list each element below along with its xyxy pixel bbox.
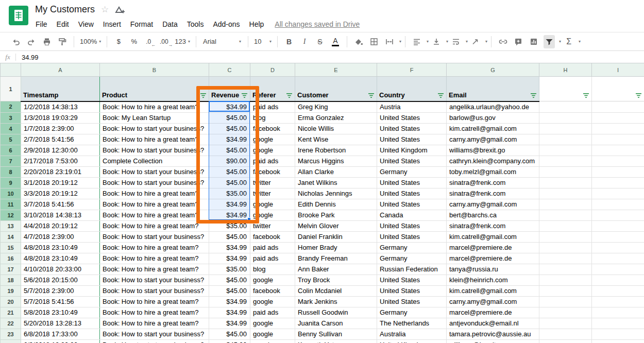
chevron-down-icon[interactable]: ▾ (466, 39, 468, 44)
cell-I21[interactable] (592, 307, 644, 318)
cell-F20[interactable]: United States (377, 296, 447, 307)
cell-F4[interactable]: United States (377, 123, 447, 134)
cell-H16[interactable] (539, 253, 592, 264)
cell-B13[interactable]: Book: How to hire a great team? (100, 220, 209, 231)
row-header-19[interactable]: 19 (1, 285, 21, 296)
cell-H24[interactable] (539, 339, 592, 343)
cell-A5[interactable]: 2/7/2018 5:41:56 (21, 134, 100, 145)
decrease-decimal-button[interactable]: .0← (144, 35, 155, 48)
cell-A10[interactable]: 3/3/2018 20:19:12 (21, 188, 100, 199)
text-wrap-button[interactable] (450, 35, 462, 48)
paint-format-button[interactable] (57, 35, 68, 48)
cell-F13[interactable]: United States (377, 220, 447, 231)
menu-format[interactable]: Format (126, 19, 158, 30)
cell-I20[interactable] (592, 296, 644, 307)
cell-D16[interactable]: paid ads (250, 253, 295, 264)
cell-C1[interactable]: Revenue (209, 77, 250, 101)
cell-A3[interactable]: 1/3/2018 19:03:29 (21, 112, 100, 123)
cell-G13[interactable]: sinatra@frenk.com (447, 220, 539, 231)
cell-D5[interactable]: google (250, 134, 295, 145)
row-header-3[interactable]: 3 (1, 112, 21, 123)
cell-C6[interactable]: $45.00 (209, 145, 250, 156)
filter-icon[interactable] (530, 93, 537, 98)
row-header-4[interactable]: 4 (1, 123, 21, 134)
row-header-8[interactable]: 8 (1, 166, 21, 177)
cell-E10[interactable]: Nicholas Jennings (295, 188, 377, 199)
cell-D15[interactable]: paid ads (250, 242, 295, 253)
cell-E16[interactable]: Brandy Freeman (295, 253, 377, 264)
cell-B1[interactable]: Product (100, 77, 209, 101)
cell-E6[interactable]: Irene Robertson (295, 145, 377, 156)
cell-C22[interactable]: $34.99 (209, 318, 250, 329)
cell-A14[interactable]: 4/7/2018 2:39:00 (21, 231, 100, 242)
cell-A9[interactable]: 3/1/2018 20:19:12 (21, 177, 100, 188)
cell-D11[interactable]: google (250, 199, 295, 210)
cell-B17[interactable]: Book: How to hire a great team? (100, 264, 209, 275)
column-header-B[interactable]: B (100, 63, 209, 77)
cell-A13[interactable]: 4/4/2018 20:19:12 (21, 220, 100, 231)
row-header-20[interactable]: 20 (1, 296, 21, 307)
cell-C10[interactable]: $35.00 (209, 188, 250, 199)
merge-cells-button[interactable] (384, 35, 395, 48)
cell-G6[interactable]: williams@brexit.go (447, 145, 539, 156)
cell-B18[interactable]: Book: How to start your business? (100, 275, 209, 285)
cell-E1[interactable]: Customer (295, 77, 377, 101)
cell-A20[interactable]: 5/7/2018 5:41:56 (21, 296, 100, 307)
format-currency-button[interactable]: $ (113, 35, 124, 48)
cell-I16[interactable] (592, 253, 644, 264)
cell-F21[interactable]: Germany (377, 307, 447, 318)
cell-E7[interactable]: Marcus Higgins (295, 156, 377, 166)
cell-I7[interactable] (592, 156, 644, 166)
filter-icon[interactable] (241, 93, 248, 98)
cell-I22[interactable] (592, 318, 644, 329)
row-header-2[interactable]: 2 (1, 101, 21, 113)
row-header-15[interactable]: 15 (1, 242, 21, 253)
filter-icon[interactable] (437, 93, 444, 98)
cell-G8[interactable]: toby.melzl@gmail.com (447, 166, 539, 177)
cell-G23[interactable]: tamara.petrovic@aussie.au (447, 329, 539, 339)
bold-button[interactable]: B (283, 35, 295, 48)
cell-F8[interactable]: Germany (377, 166, 447, 177)
cell-I10[interactable] (592, 188, 644, 199)
cell-E13[interactable]: Melvin Glover (295, 220, 377, 231)
cell-B16[interactable]: Book: How to hire a great team? (100, 253, 209, 264)
cell-B12[interactable]: Book: How to hire a great team? (100, 210, 209, 220)
font-family-select[interactable]: Arial▾ (202, 35, 242, 48)
column-header-F[interactable]: F (377, 63, 447, 77)
cell-G7[interactable]: cathryn.klein@company.com (447, 156, 539, 166)
cell-A18[interactable]: 5/6/2018 20:15:00 (21, 275, 100, 285)
cell-H18[interactable] (539, 275, 592, 285)
cell-C8[interactable]: $45.00 (209, 166, 250, 177)
cell-I17[interactable] (592, 264, 644, 275)
cell-E8[interactable]: Allan Clarke (295, 166, 377, 177)
cell-F2[interactable]: Austria (377, 101, 447, 113)
increase-decimal-button[interactable]: .00→ (159, 35, 171, 48)
cell-C20[interactable]: $34.99 (209, 296, 250, 307)
cell-D19[interactable]: facebook (250, 285, 295, 296)
cell-B5[interactable]: Book: How to hire a great team? (100, 134, 209, 145)
cell-B9[interactable]: Book: How to start your business? (100, 177, 209, 188)
cell-E5[interactable]: Kent Wise (295, 134, 377, 145)
cell-E18[interactable]: Troy Brock (295, 275, 377, 285)
menu-edit[interactable]: Edit (52, 19, 74, 30)
filter-icon[interactable] (368, 93, 375, 98)
cell-B8[interactable]: Book: How to start your business? (100, 166, 209, 177)
column-header-I[interactable]: I (592, 63, 644, 77)
redo-button[interactable] (26, 35, 37, 48)
cell-G15[interactable]: marcel@premiere.de (447, 242, 539, 253)
row-header-9[interactable]: 9 (1, 177, 21, 188)
cell-A2[interactable]: 1/2/2018 14:38:13 (21, 101, 100, 113)
cell-E23[interactable]: Benny Sullivan (295, 329, 377, 339)
cell-E12[interactable]: Brooke Park (295, 210, 377, 220)
cell-B2[interactable]: Book: How to hire a great team? (100, 101, 209, 113)
cell-C19[interactable]: $45.00 (209, 285, 250, 296)
cell-E2[interactable]: Greg King (295, 101, 377, 113)
cell-G2[interactable]: angelika.urlaun@yahoo.de (447, 101, 539, 113)
chevron-down-icon[interactable]: ▾ (559, 39, 561, 44)
cell-F7[interactable]: United States (377, 156, 447, 166)
print-button[interactable] (41, 35, 53, 48)
undo-button[interactable] (10, 35, 22, 48)
cell-D21[interactable]: paid ads (250, 307, 295, 318)
filter-button[interactable] (544, 35, 555, 48)
cell-G24[interactable]: williams@brexit.go (447, 339, 539, 343)
